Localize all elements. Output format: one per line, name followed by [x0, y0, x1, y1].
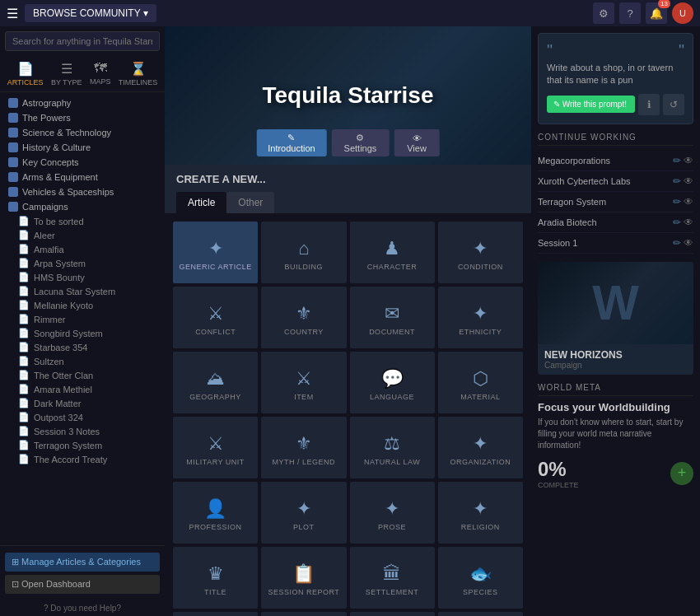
grid-document[interactable]: ✉ DOCUMENT	[350, 287, 435, 348]
item-accord-treaty[interactable]: 📄The Accord Treaty	[0, 452, 165, 466]
grid-character[interactable]: ♟ CHARACTER	[350, 222, 435, 283]
item-arpa-system[interactable]: 📄Arpa System	[0, 256, 165, 270]
continue-working-header: CONTINUE WORKING	[538, 133, 693, 146]
open-dashboard-button[interactable]: ⊡ Open Dashboard	[5, 575, 160, 594]
grid-session-report[interactable]: 📋 SESSION REPORT	[261, 547, 346, 609]
grid-military-unit[interactable]: ⚔ MILITARY UNIT	[173, 417, 258, 478]
grid-spell[interactable]: ✨ SPELL	[173, 612, 258, 616]
grid-conflict[interactable]: ⚔ CONFLICT	[173, 287, 258, 348]
settings-button[interactable]: ⚙ Settings	[332, 129, 390, 156]
grid-condition[interactable]: ✦ CONDITION	[438, 222, 523, 283]
material-label: MATERIAL	[460, 393, 500, 401]
grid-building[interactable]: ⌂ BUILDING	[261, 222, 346, 283]
write-prompt-button[interactable]: ✎ Write this prompt!	[547, 96, 635, 113]
view-aradia-icon[interactable]: 👁	[684, 217, 693, 228]
category-vehicles[interactable]: Vehicles & Spaceships	[0, 184, 165, 199]
meta-bottom: 0% COMPLETE +	[538, 458, 693, 489]
grid-material[interactable]: ⬡ MATERIAL	[438, 352, 523, 413]
item-songbird[interactable]: 📄Songbird System	[0, 326, 165, 340]
category-science[interactable]: Science & Technology	[0, 125, 165, 140]
item-sultzen[interactable]: 📄Sultzen	[0, 354, 165, 368]
campaign-card[interactable]: W NEW HORIZONS Campaign	[538, 262, 693, 375]
continue-xuroth: Xuroth Cybertech Labs ✏ 👁	[538, 171, 693, 192]
nav-bytype[interactable]: ☰ BY TYPE	[51, 61, 82, 86]
category-astrography[interactable]: Astrography	[0, 96, 165, 110]
item-lacuna[interactable]: 📄Lacuna Star System	[0, 284, 165, 298]
view-xuroth-icon[interactable]: 👁	[684, 175, 693, 187]
grid-profession[interactable]: 👤 PROFESSION	[173, 482, 258, 544]
item-to-be-sorted[interactable]: 📄To be sorted	[0, 214, 165, 228]
category-campaigns[interactable]: Campaigns	[0, 199, 165, 214]
edit-terragon-icon[interactable]: ✏	[673, 196, 681, 208]
grid-religion[interactable]: ✦ RELIGION	[438, 482, 523, 544]
notifications-icon[interactable]: 🔔	[646, 2, 667, 24]
item-dark-matter[interactable]: 📄Dark Matter	[0, 396, 165, 410]
sidebar-help[interactable]: ? Do you need Help?	[0, 600, 165, 616]
top-icons: ⚙ ? 🔔 U	[593, 2, 693, 24]
grid-myth-legend[interactable]: ⚜ MYTH / LEGEND	[261, 417, 346, 478]
grid-natural-law[interactable]: ⚖ NATURAL LAW	[350, 417, 435, 478]
grid-tradition[interactable]: ♥ TRADITION	[350, 612, 435, 616]
settings-icon[interactable]: ⚙	[593, 2, 614, 24]
view-button[interactable]: 👁 View	[394, 129, 439, 156]
item-amara[interactable]: 📄Amara Methiel	[0, 382, 165, 396]
refresh-button[interactable]: ↺	[663, 94, 684, 115]
tab-other[interactable]: Other	[226, 192, 274, 213]
hamburger-icon[interactable]: ☰	[7, 6, 18, 21]
tab-article[interactable]: Article	[176, 192, 226, 213]
item-outpost[interactable]: 📄Outpost 324	[0, 410, 165, 424]
grid-item[interactable]: ⚔ ITEM	[261, 352, 346, 413]
geography-icon: ⛰	[207, 368, 225, 390]
grid-organization[interactable]: ✦ ORGANIZATION	[438, 417, 523, 478]
military-unit-label: MILITARY UNIT	[186, 458, 245, 466]
edit-aradia-icon[interactable]: ✏	[673, 217, 681, 228]
grid-language[interactable]: 💬 LANGUAGE	[350, 352, 435, 413]
item-aleer[interactable]: 📄Aleer	[0, 228, 165, 242]
campaign-image: W	[538, 262, 693, 344]
category-arms[interactable]: Arms & Equipment	[0, 170, 165, 184]
grid-geography[interactable]: ⛰ GEOGRAPHY	[173, 352, 258, 413]
view-terragon-icon[interactable]: 👁	[684, 196, 693, 208]
edit-megacorporations-icon[interactable]: ✏	[673, 155, 681, 166]
maps-icon: 🗺	[94, 61, 107, 76]
grid-prose[interactable]: ✦ PROSE	[350, 482, 435, 544]
grid-technology[interactable]: ⚙ TECHNOLOGY	[261, 612, 346, 616]
nav-maps[interactable]: 🗺 MAPS	[90, 61, 111, 86]
avatar[interactable]: U	[672, 2, 693, 24]
help-icon[interactable]: ?	[619, 2, 641, 24]
item-terragon[interactable]: 📄Terragon System	[0, 438, 165, 452]
grid-plot[interactable]: ✦ PLOT	[261, 482, 346, 544]
edit-xuroth-icon[interactable]: ✏	[673, 175, 681, 187]
nav-timelines[interactable]: ⌛ TIMELINES	[119, 61, 158, 86]
nav-articles[interactable]: 📄 ARTICLES	[7, 61, 44, 86]
grid-species[interactable]: 🐟 SPECIES	[438, 547, 523, 609]
item-rimmer[interactable]: 📄Rimmer	[0, 312, 165, 326]
grid-generic-article[interactable]: ✦ GENERIC ARTICLE	[173, 222, 258, 283]
search-input[interactable]	[5, 31, 160, 51]
grid-settlement[interactable]: 🏛 SETTLEMENT	[350, 547, 435, 609]
category-history[interactable]: History & Culture	[0, 140, 165, 155]
grid-vehicle[interactable]: 🚗 VEHICLE	[438, 612, 523, 616]
manage-articles-button[interactable]: ⊞ Manage Articles & Categories	[5, 553, 160, 572]
item-mellanie[interactable]: 📄Mellanie Kyoto	[0, 298, 165, 312]
item-amalfia[interactable]: 📄Amalfia	[0, 242, 165, 256]
view-session1-icon[interactable]: 👁	[684, 237, 693, 249]
grid-ethnicity[interactable]: ✦ ETHNICITY	[438, 287, 523, 348]
species-icon: 🐟	[469, 563, 492, 585]
language-label: LANGUAGE	[370, 393, 414, 401]
edit-session1-icon[interactable]: ✏	[673, 237, 681, 249]
info-button[interactable]: ℹ	[638, 94, 660, 115]
item-hms-bounty[interactable]: 📄HMS Bounty	[0, 270, 165, 284]
browse-community-button[interactable]: BROWSE COMMUNITY ▾	[25, 4, 156, 22]
category-powers[interactable]: The Powers	[0, 110, 165, 125]
item-session3[interactable]: 📄Session 3 Notes	[0, 424, 165, 438]
view-megacorporations-icon[interactable]: 👁	[684, 155, 693, 166]
add-meta-button[interactable]: +	[670, 462, 693, 485]
grid-title[interactable]: ♛ TITLE	[173, 547, 258, 609]
item-starbase[interactable]: 📄Starbase 354	[0, 340, 165, 354]
intro-button[interactable]: ✎ Introduction	[256, 129, 326, 156]
category-key[interactable]: Key Concepts	[0, 155, 165, 170]
item-otter-clan[interactable]: 📄The Otter Clan	[0, 368, 165, 382]
grid-country[interactable]: ⚜ COUNTRY	[261, 287, 346, 348]
natural-law-label: NATURAL LAW	[364, 458, 420, 466]
